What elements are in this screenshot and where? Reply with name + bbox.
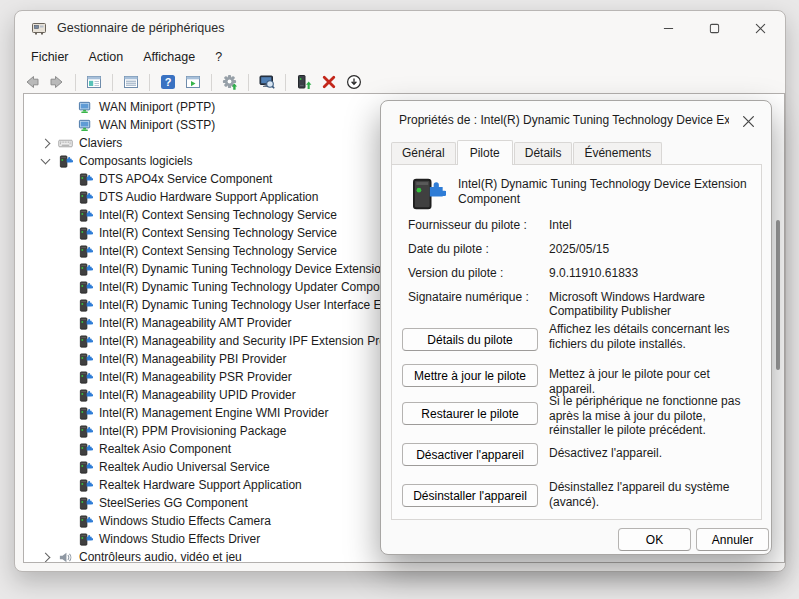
window-title: Gestionnaire de périphériques — [57, 21, 224, 35]
tree-item-label: Contrôleurs audio, vidéo et jeu — [79, 550, 242, 563]
field-label: Date du pilote : — [408, 242, 543, 256]
device-name: Intel(R) Dynamic Tuning Technology Devic… — [458, 177, 748, 207]
disable-device-icon — [346, 74, 362, 90]
update-driver-button[interactable] — [221, 73, 239, 91]
window-controls — [645, 11, 783, 45]
toolbar-separator — [112, 74, 113, 91]
software-component-icon — [78, 298, 93, 313]
dialog-tabs: Général Pilote Détails Événements — [391, 142, 663, 164]
network-adapter-icon — [78, 118, 93, 133]
software-component-icon — [408, 175, 446, 213]
chevron-down-icon[interactable] — [41, 155, 51, 165]
software-component-icon — [78, 460, 93, 475]
tree-item-label: Intel(R) Manageability UPID Provider — [99, 388, 296, 402]
close-icon — [742, 115, 755, 128]
tree-item-label: Windows Studio Effects Driver — [99, 532, 260, 546]
tree-item-label: Realtek Hardware Support Application — [99, 478, 302, 492]
tree-item-label: Intel(R) Manageability PBI Provider — [99, 352, 286, 366]
software-component-icon — [78, 352, 93, 367]
field-label: Signataire numérique : — [408, 290, 543, 304]
software-component-icon — [78, 190, 93, 205]
dialog-title: Propriétés de : Intel(R) Dynamic Tuning … — [399, 101, 729, 139]
tree-item-label: Windows Studio Effects Camera — [99, 514, 271, 528]
properties-button[interactable] — [122, 73, 140, 91]
software-component-icon — [78, 532, 93, 547]
close-button[interactable] — [737, 11, 783, 45]
tree-item-label: Intel(R) Context Sensing Technology Serv… — [99, 208, 337, 222]
tree-item-label: WAN Miniport (SSTP) — [99, 118, 215, 132]
forward-button[interactable] — [48, 73, 66, 91]
menu-fichier[interactable]: Fichier — [21, 46, 79, 68]
tree-item-label: Intel(R) Dynamic Tuning Technology Devic… — [99, 262, 388, 276]
software-component-icon — [78, 316, 93, 331]
field-value: Microsoft Windows Hardware Compatibility… — [549, 290, 754, 318]
maximize-icon — [709, 23, 720, 34]
tab-pilote[interactable]: Pilote — [457, 140, 513, 165]
driver-details-button[interactable]: Détails du pilote — [402, 328, 538, 351]
field-value: Intel — [549, 218, 754, 232]
toolbar-separator — [149, 74, 150, 91]
tab-evenements[interactable]: Événements — [573, 142, 662, 164]
software-component-icon — [78, 280, 93, 295]
help-button[interactable] — [159, 73, 177, 91]
menubar: Fichier Action Affichage ? — [21, 45, 232, 69]
console-window-button[interactable] — [85, 73, 103, 91]
tab-details[interactable]: Détails — [514, 142, 573, 164]
maximize-button[interactable] — [691, 11, 737, 45]
update-driver-description: Mettez à jour le pilote pour cet apparei… — [549, 367, 754, 396]
software-component-icon — [78, 334, 93, 349]
software-component-icon — [78, 514, 93, 529]
tree-item-label: Realtek Audio Universal Service — [99, 460, 270, 474]
tree-item-label: Intel(R) Dynamic Tuning Technology Updat… — [99, 280, 386, 294]
tree-item-label: Intel(R) Manageability AMT Provider — [99, 316, 292, 330]
disable-device-button-dialog[interactable]: Désactiver l'appareil — [402, 443, 538, 466]
tree-item-label: Intel(R) Dynamic Tuning Technology User … — [99, 298, 388, 312]
uninstall-button[interactable] — [320, 73, 338, 91]
minimize-button[interactable] — [645, 11, 691, 45]
uninstall-icon — [321, 74, 337, 90]
close-icon — [755, 23, 766, 34]
roll-back-driver-button[interactable]: Restaurer le pilote — [402, 402, 538, 425]
software-component-icon — [78, 388, 93, 403]
disable-device-button[interactable] — [345, 73, 363, 91]
software-component-icon — [78, 226, 93, 241]
tree-item-label: Intel(R) Manageability and Security IPF … — [99, 334, 392, 348]
software-component-icon — [78, 172, 93, 187]
tree-item-label: Composants logiciels — [79, 154, 192, 168]
update-driver-icon — [222, 74, 238, 90]
chevron-right-icon[interactable] — [41, 552, 51, 562]
tree-item-label: Claviers — [79, 136, 122, 150]
software-component-icon — [78, 424, 93, 439]
update-driver-button-dialog[interactable]: Mettre à jour le pilote — [402, 364, 538, 387]
add-device-button[interactable] — [295, 73, 313, 91]
menu-help[interactable]: ? — [205, 46, 232, 68]
field-label: Version du pilote : — [408, 266, 543, 280]
help-icon — [160, 74, 176, 90]
menu-action[interactable]: Action — [79, 46, 134, 68]
cancel-button[interactable]: Annuler — [696, 528, 769, 551]
show-window-button[interactable] — [184, 73, 202, 91]
chevron-right-icon[interactable] — [41, 138, 51, 148]
toolbar-separator — [285, 74, 286, 91]
toolbar — [23, 69, 363, 95]
forward-icon — [49, 74, 65, 90]
uninstall-device-description: Désinstallez l'appareil du système (avan… — [549, 480, 754, 509]
toolbar-separator — [75, 74, 76, 91]
software-component-icon — [78, 496, 93, 511]
back-button[interactable] — [23, 73, 41, 91]
menu-affichage[interactable]: Affichage — [133, 46, 205, 68]
ok-button[interactable]: OK — [618, 528, 691, 551]
properties-dialog: Propriétés de : Intel(R) Dynamic Tuning … — [380, 100, 772, 555]
dialog-close-button[interactable] — [737, 110, 759, 132]
tab-general[interactable]: Général — [391, 142, 456, 164]
tree-scrollbar[interactable] — [776, 220, 780, 370]
device-manager-icon — [31, 20, 47, 36]
scan-hardware-button[interactable] — [258, 73, 276, 91]
software-component-icon — [78, 262, 93, 277]
software-component-icon — [78, 406, 93, 421]
uninstall-device-button[interactable]: Désinstaller l'appareil — [402, 484, 538, 507]
field-label: Fournisseur du pilote : — [408, 218, 543, 232]
software-component-icon — [58, 154, 73, 169]
tree-item-label: DTS APO4x Service Component — [99, 172, 272, 186]
tree-item-label: DTS Audio Hardware Support Application — [99, 190, 318, 204]
